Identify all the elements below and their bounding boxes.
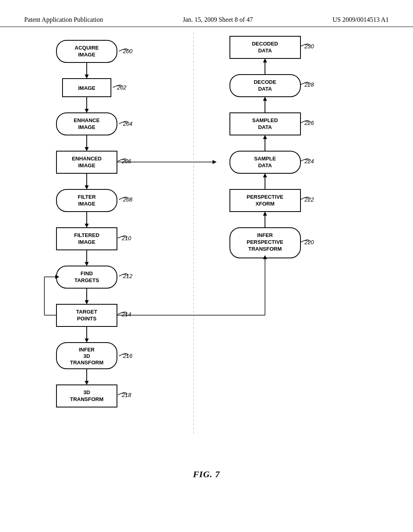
svg-text:PERSPECTIVE: PERSPECTIVE	[246, 194, 283, 200]
svg-text:IMAGE: IMAGE	[78, 201, 96, 207]
svg-text:TARGETS: TARGETS	[74, 277, 99, 283]
svg-marker-52	[85, 339, 89, 343]
svg-text:SAMPLED: SAMPLED	[252, 117, 278, 123]
svg-text:FIND: FIND	[81, 270, 93, 276]
patent-number-label: US 2009/0014513 A1	[332, 16, 389, 23]
svg-text:IMAGE: IMAGE	[78, 124, 96, 130]
svg-text:IMAGE: IMAGE	[78, 52, 96, 58]
svg-text:3D: 3D	[83, 353, 90, 359]
svg-marker-42	[85, 300, 89, 304]
svg-text:3D: 3D	[83, 389, 90, 395]
svg-text:INFER: INFER	[257, 232, 273, 238]
svg-text:TARGET: TARGET	[76, 309, 98, 315]
publication-label: Patent Application Publication	[24, 16, 103, 23]
svg-marker-22	[213, 160, 217, 164]
svg-marker-97	[263, 58, 267, 62]
svg-marker-30	[85, 224, 89, 228]
patent-diagram: ACQUIRE IMAGE 200 IMAGE 202 ENHANCE IMAG…	[24, 32, 387, 455]
svg-text:FILTER: FILTER	[78, 194, 96, 200]
svg-text:IMAGE: IMAGE	[78, 162, 96, 168]
svg-text:PERSPECTIVE: PERSPECTIVE	[246, 239, 283, 245]
svg-marker-5	[85, 75, 89, 79]
svg-text:SAMPLE: SAMPLE	[254, 156, 276, 162]
page-header: Patent Application Publication Jan. 15, …	[0, 0, 413, 27]
svg-text:TRANSFORM: TRANSFORM	[70, 396, 103, 402]
svg-text:ENHANCED: ENHANCED	[72, 156, 102, 162]
svg-marker-73	[263, 212, 267, 216]
svg-text:INFER: INFER	[79, 347, 95, 353]
svg-text:ACQUIRE: ACQUIRE	[75, 45, 99, 51]
svg-text:IMAGE: IMAGE	[78, 85, 96, 91]
svg-text:DECODE: DECODE	[254, 79, 276, 85]
svg-text:FILTERED: FILTERED	[74, 232, 100, 238]
svg-marker-85	[263, 135, 267, 139]
svg-text:DATA: DATA	[258, 48, 272, 54]
svg-text:DECODED: DECODED	[252, 41, 278, 47]
svg-text:DATA: DATA	[258, 124, 272, 130]
figure-caption: FIG. 7	[193, 469, 220, 480]
svg-marker-16	[85, 147, 89, 151]
svg-text:ENHANCE: ENHANCE	[74, 117, 100, 123]
date-sheet-label: Jan. 15, 2009 Sheet 8 of 47	[183, 16, 253, 23]
svg-text:TRANSFORM: TRANSFORM	[248, 246, 282, 252]
svg-marker-79	[263, 173, 267, 177]
svg-marker-24	[85, 185, 89, 189]
svg-marker-36	[85, 262, 89, 266]
svg-text:XFORM: XFORM	[256, 201, 275, 207]
svg-text:POINTS: POINTS	[77, 316, 97, 322]
svg-marker-91	[263, 97, 267, 101]
svg-text:IMAGE: IMAGE	[78, 239, 96, 245]
svg-marker-59	[85, 381, 89, 385]
svg-text:DATA: DATA	[258, 162, 272, 168]
svg-marker-10	[85, 109, 89, 113]
svg-text:TRANSFORM: TRANSFORM	[70, 360, 103, 366]
svg-text:DATA: DATA	[258, 86, 272, 92]
